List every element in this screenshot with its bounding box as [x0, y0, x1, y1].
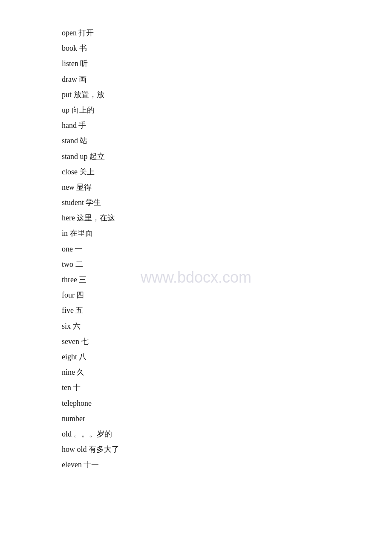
list-item: six 六	[62, 319, 392, 333]
list-item: eleven 十一	[62, 457, 392, 472]
list-item: two 二	[62, 257, 392, 272]
list-item: in 在里面	[62, 226, 392, 240]
list-item: telephone	[62, 396, 392, 410]
list-item: hand 手	[62, 118, 392, 133]
list-item: draw 画	[62, 72, 392, 87]
list-item: close 关上	[62, 165, 392, 179]
list-item: five 五	[62, 303, 392, 318]
list-item: stand up 起立	[62, 149, 392, 164]
list-item: open 打开	[62, 26, 392, 40]
list-item: up 向上的	[62, 103, 392, 117]
list-item: ten 十	[62, 380, 392, 395]
list-item: four 四	[62, 288, 392, 302]
list-item: here 这里，在这	[62, 211, 392, 225]
list-item: put 放置，放	[62, 87, 392, 102]
list-item: how old 有多大了	[62, 442, 392, 457]
list-item: eight 八	[62, 350, 392, 364]
vocab-list: open 打开book 书listen 听draw 画put 放置，放up 向上…	[0, 0, 392, 498]
list-item: stand 站	[62, 133, 392, 148]
list-item: number	[62, 411, 392, 426]
list-item: book 书	[62, 41, 392, 55]
list-item: one 一	[62, 242, 392, 256]
list-item: seven 七	[62, 334, 392, 349]
list-item: three 三	[62, 272, 392, 287]
list-item: listen 听	[62, 56, 392, 71]
list-item: new 显得	[62, 180, 392, 194]
list-item: old 。。。岁的	[62, 427, 392, 441]
list-item: student 学生	[62, 195, 392, 210]
list-item: nine 久	[62, 365, 392, 379]
